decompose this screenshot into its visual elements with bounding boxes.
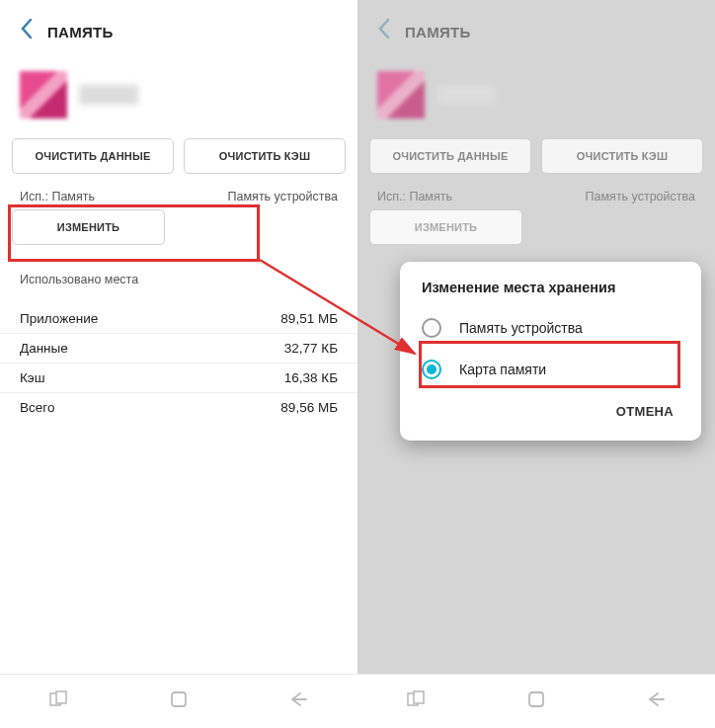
storage-location-label: Память устройства (228, 190, 338, 203)
storage-info-row: Исп.: Память Память устройства (0, 182, 358, 209)
page-title: ПАМЯТЬ (47, 24, 114, 40)
app-icon (20, 71, 67, 119)
used-memory-label: Исп.: Память (377, 190, 452, 203)
clear-data-button[interactable]: ОЧИСТИТЬ ДАННЫЕ (369, 138, 531, 174)
recent-apps-icon[interactable] (406, 688, 428, 710)
radio-checked-icon (422, 360, 441, 379)
back-icon[interactable] (20, 18, 34, 45)
item-label: Кэш (20, 370, 45, 385)
item-value: 32,77 КБ (284, 341, 338, 356)
clear-cache-button[interactable]: ОЧИСТИТЬ КЭШ (184, 138, 346, 174)
back-icon[interactable] (377, 18, 391, 45)
header: ПАМЯТЬ (0, 0, 358, 63)
clear-cache-button[interactable]: ОЧИСТИТЬ КЭШ (541, 138, 703, 174)
storage-location-label: Память устройства (586, 190, 695, 203)
dialog-title: Изменение места хранения (400, 262, 701, 307)
used-space-label: Использовано места (0, 253, 358, 294)
radio-unchecked-icon (422, 318, 441, 338)
dialog-option-device[interactable]: Память устройства (400, 307, 701, 349)
list-item: Приложение 89,51 МБ (0, 304, 358, 334)
svg-rect-2 (172, 692, 186, 706)
nav-bar (358, 674, 715, 728)
item-value: 16,38 КБ (284, 370, 338, 385)
item-label: Данные (20, 341, 68, 356)
back-nav-icon[interactable] (645, 688, 667, 710)
app-name-blurred (437, 85, 496, 105)
change-button[interactable]: ИЗМЕНИТЬ (369, 209, 522, 245)
item-value: 89,51 МБ (280, 311, 338, 326)
item-label: Всего (20, 400, 54, 415)
app-info-row (0, 63, 358, 130)
app-name-blurred (79, 85, 138, 105)
home-icon[interactable] (525, 688, 547, 710)
home-icon[interactable] (168, 688, 190, 710)
usage-list: Приложение 89,51 МБ Данные 32,77 КБ Кэш … (0, 294, 358, 432)
list-item: Кэш 16,38 КБ (0, 364, 358, 393)
action-buttons-row: ОЧИСТИТЬ ДАННЫЕ ОЧИСТИТЬ КЭШ (358, 130, 715, 182)
svg-rect-5 (529, 692, 543, 706)
nav-bar (0, 674, 358, 728)
screen-left: ПАМЯТЬ ОЧИСТИТЬ ДАННЫЕ ОЧИСТИТЬ КЭШ Исп.… (0, 0, 358, 728)
recent-apps-icon[interactable] (48, 688, 70, 710)
header: ПАМЯТЬ (358, 0, 715, 63)
option-label: Карта памяти (459, 362, 546, 377)
dialog-option-sdcard[interactable]: Карта памяти (400, 349, 701, 390)
clear-data-button[interactable]: ОЧИСТИТЬ ДАННЫЕ (12, 138, 174, 174)
change-button-wrap: ИЗМЕНИТЬ (0, 209, 358, 253)
list-item: Данные 32,77 КБ (0, 334, 358, 364)
list-item: Всего 89,56 МБ (0, 393, 358, 422)
svg-rect-4 (414, 691, 424, 703)
page-title: ПАМЯТЬ (405, 24, 471, 40)
action-buttons-row: ОЧИСТИТЬ ДАННЫЕ ОЧИСТИТЬ КЭШ (0, 130, 358, 182)
dialog-actions: ОТМЕНА (400, 390, 701, 437)
svg-rect-1 (56, 691, 66, 703)
used-memory-label: Исп.: Память (20, 190, 95, 203)
storage-dialog: Изменение места хранения Память устройст… (400, 262, 701, 441)
option-label: Память устройства (459, 320, 583, 336)
dialog-cancel-button[interactable]: ОТМЕНА (606, 398, 683, 425)
change-button-wrap: ИЗМЕНИТЬ (358, 209, 715, 253)
back-nav-icon[interactable] (287, 688, 309, 710)
app-icon (377, 71, 425, 119)
app-info-row (358, 63, 715, 130)
change-button[interactable]: ИЗМЕНИТЬ (12, 209, 165, 245)
storage-info-row: Исп.: Память Память устройства (358, 182, 715, 209)
item-value: 89,56 МБ (280, 400, 338, 415)
item-label: Приложение (20, 311, 98, 326)
